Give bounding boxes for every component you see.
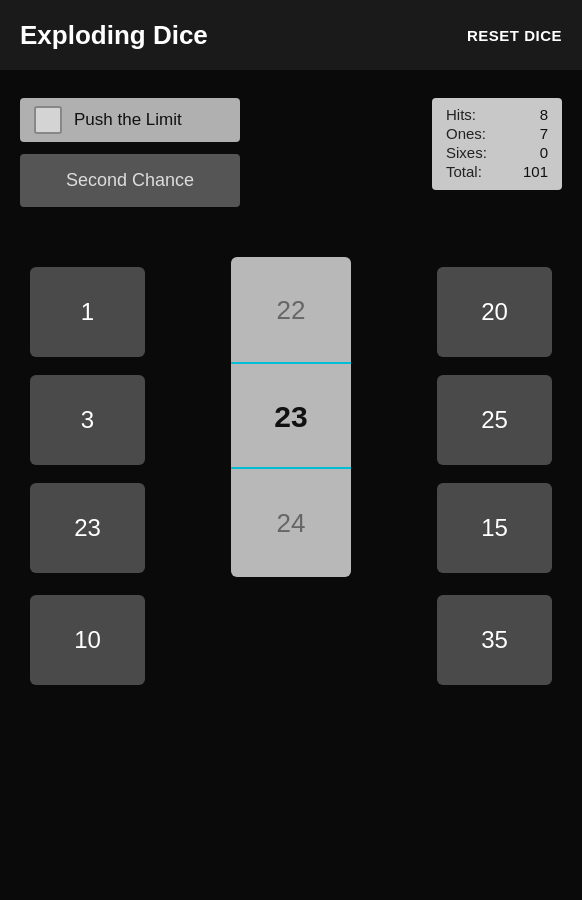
hits-value: 8 bbox=[518, 106, 548, 123]
header: Exploding Dice RESET DICE bbox=[0, 0, 582, 70]
bottom-dice-row: 10 35 bbox=[0, 595, 582, 685]
left-dice-2[interactable]: 23 bbox=[30, 483, 145, 573]
hits-row: Hits: 8 bbox=[446, 106, 548, 123]
total-row: Total: 101 bbox=[446, 163, 548, 180]
dice-area: 1 3 23 22 23 24 20 25 15 bbox=[0, 237, 582, 577]
bottom-right-dice[interactable]: 35 bbox=[437, 595, 552, 685]
picker-bottom: 24 bbox=[231, 479, 351, 569]
total-value: 101 bbox=[518, 163, 548, 180]
hits-label: Hits: bbox=[446, 106, 476, 123]
picker-line-bottom bbox=[231, 467, 351, 469]
sixes-label: Sixes: bbox=[446, 144, 487, 161]
center-picker[interactable]: 22 23 24 bbox=[231, 257, 351, 577]
right-dice-2[interactable]: 15 bbox=[437, 483, 552, 573]
controls-area: Push the Limit Second Chance Hits: 8 One… bbox=[0, 80, 582, 217]
right-dice-1[interactable]: 25 bbox=[437, 375, 552, 465]
picker-selected: 23 bbox=[231, 372, 351, 462]
bottom-left-dice[interactable]: 10 bbox=[30, 595, 145, 685]
left-dice-0[interactable]: 1 bbox=[30, 267, 145, 357]
left-controls: Push the Limit Second Chance bbox=[20, 98, 240, 207]
total-label: Total: bbox=[446, 163, 482, 180]
left-dice-column: 1 3 23 bbox=[30, 267, 145, 573]
stats-panel: Hits: 8 Ones: 7 Sixes: 0 Total: 101 bbox=[432, 98, 562, 190]
sixes-value: 0 bbox=[518, 144, 548, 161]
left-dice-1[interactable]: 3 bbox=[30, 375, 145, 465]
app-title: Exploding Dice bbox=[20, 20, 208, 51]
right-dice-column: 20 25 15 bbox=[437, 267, 552, 573]
reset-dice-button[interactable]: RESET DICE bbox=[467, 27, 562, 44]
push-limit-container[interactable]: Push the Limit bbox=[20, 98, 240, 142]
push-limit-label: Push the Limit bbox=[74, 110, 182, 130]
sixes-row: Sixes: 0 bbox=[446, 144, 548, 161]
picker-top: 22 bbox=[231, 265, 351, 355]
ones-row: Ones: 7 bbox=[446, 125, 548, 142]
picker-line-top bbox=[231, 362, 351, 364]
ones-value: 7 bbox=[518, 125, 548, 142]
push-limit-checkbox[interactable] bbox=[34, 106, 62, 134]
ones-label: Ones: bbox=[446, 125, 486, 142]
second-chance-button[interactable]: Second Chance bbox=[20, 154, 240, 207]
right-dice-0[interactable]: 20 bbox=[437, 267, 552, 357]
